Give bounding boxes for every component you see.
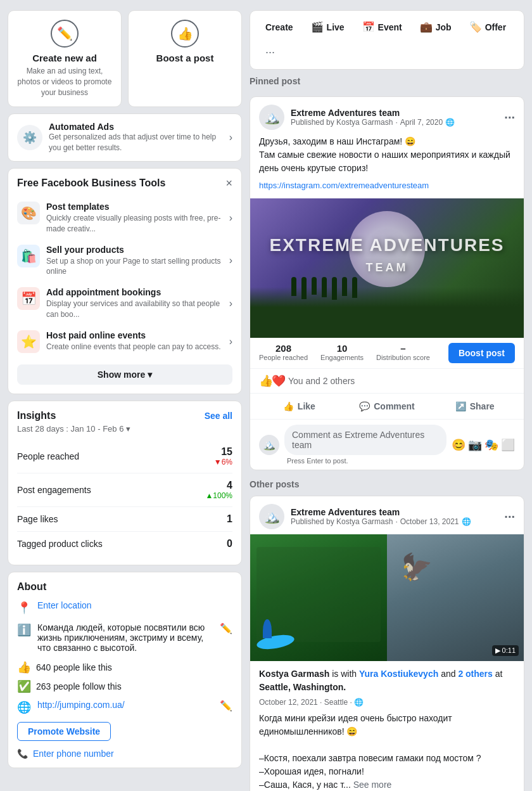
metric-tagged-clicks-label: Tagged product clicks [17,539,103,549]
sell-products-desc: Set up a shop on your Page to start sell… [46,256,223,278]
paid-events-chevron: › [229,336,232,347]
person-shape [263,619,272,638]
caption-body: Когда мини крейзи идея очень быстро нахо… [259,712,515,791]
about-location-link[interactable]: Enter location [37,600,92,610]
sell-products-icon: 🛍️ [17,245,40,267]
pinned-post-actions: 👍 Like 💬 Comment ↗️ Share [250,394,524,420]
like-action-button[interactable]: 👍 Like [255,396,343,416]
insights-panel: Insights See all Last 28 days : Jan 10 -… [8,401,242,565]
description-edit-icon[interactable]: ✏️ [220,622,232,634]
create-ad-icon: ✏️ [51,20,79,48]
pinned-post-link[interactable]: https://instagram.com/extremeadventurest… [259,181,429,190]
tool-paid-events[interactable]: ⭐ Host paid online events Create online … [17,325,232,358]
pinned-dot: · [395,118,397,127]
date-range[interactable]: Last 28 days : Jan 10 - Feb 6 ▾ [17,424,232,434]
other-post-caption: Kostya Garmash is with Yura Kostiukevych… [250,661,524,791]
heart-reaction-icon: ❤️ [272,374,286,388]
appointments-chevron: › [229,298,232,309]
other-post-author: Extreme Adventures team [291,507,498,517]
post-templates-chevron: › [229,212,232,224]
metric-people-reached: People reached 15 ▼6% [17,440,232,473]
about-panel: About 📍 Enter location ℹ️ Команда людей,… [8,572,242,768]
free-tools-title: Free Facebook Business Tools [17,177,165,189]
phone-link[interactable]: Enter phone number [33,749,114,759]
show-more-chevron-icon: ▾ [148,370,152,380]
job-button[interactable]: 💼 Job [414,17,458,37]
comment-input[interactable]: Comment as Extreme Adventures team [284,425,446,455]
pinned-stat-engagements: 10 Engagements [320,343,364,363]
job-icon: 💼 [420,21,433,33]
pinned-date: April 7, 2020 [400,118,443,127]
offer-button[interactable]: 🏷️ Offer [463,17,512,37]
tool-sell-products[interactable]: 🛍️ Sell your products Set up a shop on y… [17,240,232,283]
free-tools-header: Free Facebook Business Tools × [17,177,232,189]
share-action-icon: ↗️ [455,401,466,411]
see-more-link[interactable]: See more [353,780,392,790]
metric-tagged-clicks-value: 0 [227,538,232,550]
pinned-post-header: 🏔️ Extreme Adventures team Published by … [250,97,524,135]
promote-website-button[interactable]: Promote Website [17,722,111,741]
other-dot: · [395,517,397,526]
about-title: About [17,581,232,593]
info-icon: ℹ️ [17,623,31,637]
free-tools-close[interactable]: × [225,177,232,189]
metric-page-likes-label: Page likes [17,514,58,524]
enter-phone-row[interactable]: 📞 Enter phone number [17,749,232,759]
other-post-more[interactable]: ··· [504,510,515,523]
pinned-post-author: Extreme Adventures team [291,108,498,118]
event-button[interactable]: 📅 Event [356,17,408,37]
post-templates-icon: 🎨 [17,202,40,224]
phone-icon: 📞 [17,749,28,759]
emoji-icon: 😊 [452,438,466,452]
pinned-published-by: Published by Kostya Garmash [291,118,393,127]
see-all-link[interactable]: See all [205,411,232,421]
boost-post-card[interactable]: 👍 Boost a post [128,10,242,107]
other-post-card: 🏔️ Extreme Adventures team Published by … [250,496,524,791]
caption-text: Когда мини крейзи идея очень быстро нахо… [259,713,481,790]
left-column: ✏️ Create new ad Make an ad using text, … [8,10,242,791]
other-post-image: 🦅 ▶ 0:11 [250,534,524,661]
insights-title: Insights [17,410,56,421]
boost-post-button[interactable]: Boost post [448,343,515,363]
show-more-button[interactable]: Show more ▾ [17,364,232,385]
appointments-title: Add appointment bookings [46,287,223,297]
tool-appointments[interactable]: 📅 Add appointment bookings Display your … [17,282,232,325]
about-website-link[interactable]: http://jumping.com.ua/ [37,700,125,710]
metric-people-reached-label: People reached [17,451,79,461]
automated-ads-title: Automated Ads [49,122,223,132]
about-website-row[interactable]: 🌐 http://jumping.com.ua/ ✏️ [17,700,232,714]
create-ad-desc: Make an ad using text, photos or videos … [15,66,115,98]
right-column: Create 🎬 Live 📅 Event 💼 Job 🏷️ Offer ···… [250,10,524,791]
pinned-image-overlay: EXTREME ADVENTURESteam [250,198,524,338]
create-new-ad-card[interactable]: ✏️ Create new ad Make an ad using text, … [8,10,122,107]
caption-globe-icon: 🌐 [354,697,364,708]
video-badge: ▶ 0:11 [492,645,519,656]
pinned-globe-icon: 🌐 [445,118,455,127]
other-post-avatar: 🏔️ [259,504,284,529]
share-action-button[interactable]: ↗️ Share [431,396,519,416]
like-action-icon: 👍 [283,401,294,411]
about-location-row[interactable]: 📍 Enter location [17,600,232,615]
paid-events-icon: ⭐ [17,330,40,353]
pinned-post-text: Друзья, заходим в наш Инстаграм! 😄 Там с… [259,135,515,175]
pinned-post-more[interactable]: ··· [504,111,515,124]
sell-products-title: Sell your products [46,245,223,255]
job-label: Job [436,22,452,32]
caption-others[interactable]: 2 others [458,669,492,679]
more-button[interactable]: ··· [259,42,281,63]
metric-post-engagements-label: Post engagements [17,485,91,495]
comment-action-button[interactable]: 💬 Comment [343,396,431,416]
live-button[interactable]: 🎬 Live [305,17,351,37]
location-icon: 📍 [17,601,31,615]
automated-ads-row[interactable]: ⚙️ Automated Ads Get personalized ads th… [8,113,242,162]
live-label: Live [327,22,345,32]
tool-post-templates[interactable]: 🎨 Post templates Quickly create visually… [17,196,232,240]
create-button[interactable]: Create [259,18,300,36]
event-icon: 📅 [362,21,375,33]
caption-with[interactable]: Yura Kostiukevych [359,669,438,679]
sticker-icon: 🎭 [484,438,498,452]
pinned-stat-reached: 208 People reached [259,343,308,363]
website-edit-icon[interactable]: ✏️ [220,700,232,712]
automated-ads-icon: ⚙️ [17,125,42,150]
pinned-post-body: Друзья, заходим в наш Инстаграм! 😄 Там с… [250,135,524,198]
